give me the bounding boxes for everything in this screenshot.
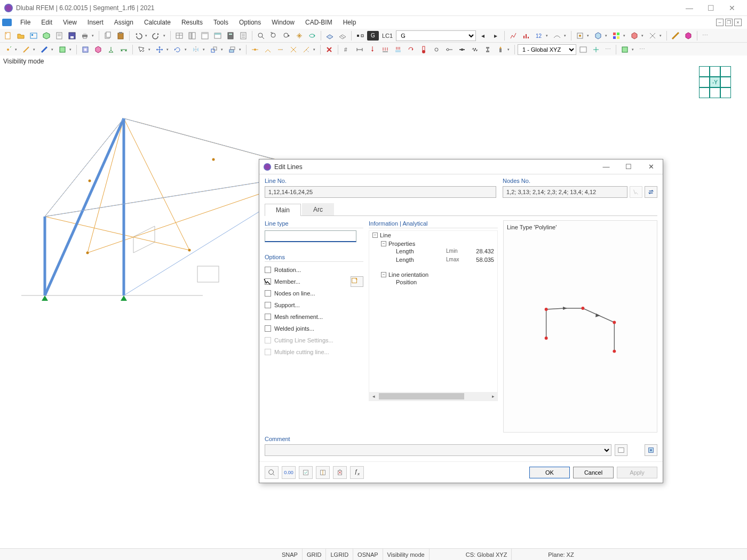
- save-icon[interactable]: [66, 30, 78, 42]
- clipping-icon[interactable]: [647, 30, 658, 42]
- menu-results[interactable]: Results: [176, 17, 208, 28]
- close-button[interactable]: ✕: [721, 2, 743, 14]
- tree-toggle-line[interactable]: −: [372, 233, 378, 238]
- mdi-minimize-icon[interactable]: –: [716, 19, 724, 26]
- display-props-icon[interactable]: [574, 30, 586, 42]
- notes-icon[interactable]: [53, 30, 65, 42]
- model-manager-icon[interactable]: [28, 30, 39, 42]
- undo-icon[interactable]: [132, 30, 144, 42]
- help-icon[interactable]: [265, 466, 279, 479]
- pick-nodes-icon[interactable]: [630, 186, 642, 198]
- undo-dropdown-icon[interactable]: ▾: [145, 34, 149, 38]
- clipping-dropdown-icon[interactable]: ▾: [659, 34, 664, 38]
- rendering-dropdown-icon[interactable]: ▾: [641, 34, 646, 38]
- mdi-close-icon[interactable]: ×: [734, 19, 742, 26]
- new-opening-icon[interactable]: [80, 44, 91, 55]
- visibility-icon[interactable]: [619, 44, 631, 55]
- status-visibility[interactable]: Visibility mode: [383, 549, 430, 560]
- rotate-view-icon[interactable]: [306, 30, 318, 42]
- zoom-extents-icon[interactable]: [268, 30, 280, 42]
- moment-icon[interactable]: [405, 44, 417, 55]
- status-snap[interactable]: SNAP: [277, 549, 303, 560]
- scale-dd-icon[interactable]: ▾: [221, 47, 225, 52]
- reverse-nodes-icon[interactable]: [645, 186, 657, 198]
- ok-button[interactable]: OK: [529, 467, 570, 478]
- number-icon[interactable]: #: [341, 44, 353, 55]
- menu-edit[interactable]: Edit: [36, 17, 58, 28]
- prev-loadcase-icon[interactable]: ◂: [477, 30, 489, 42]
- report-icon[interactable]: [237, 30, 249, 42]
- toolbar-overflow-icon[interactable]: ⋯: [700, 32, 710, 39]
- new-surface-icon[interactable]: [57, 44, 68, 55]
- temperature-icon[interactable]: [418, 44, 430, 55]
- redo-icon[interactable]: [150, 30, 162, 42]
- spring-icon[interactable]: [469, 44, 481, 55]
- status-grid[interactable]: GRID: [303, 549, 327, 560]
- trim-dd-icon[interactable]: ▾: [313, 47, 317, 52]
- select-icon[interactable]: [136, 44, 147, 55]
- loadcase-select[interactable]: G: [396, 30, 476, 41]
- tree-toggle-props[interactable]: −: [381, 241, 386, 246]
- node-dd-icon[interactable]: ▾: [15, 47, 19, 52]
- delete-dialog-icon[interactable]: [333, 466, 347, 479]
- rotate-dd-icon[interactable]: ▾: [185, 47, 189, 52]
- vis-dd-icon[interactable]: ▾: [632, 47, 636, 52]
- status-osnap[interactable]: OSNAP: [353, 549, 383, 560]
- app-menu-icon[interactable]: [2, 19, 12, 26]
- mdi-restore-icon[interactable]: ❐: [725, 19, 733, 26]
- comment-input[interactable]: [265, 444, 611, 456]
- grid-icon[interactable]: [337, 30, 348, 42]
- member-details-icon[interactable]: [351, 276, 363, 287]
- box-icon[interactable]: [682, 30, 694, 42]
- option-rotation[interactable]: Rotation...: [265, 264, 363, 276]
- menu-cad-bim[interactable]: CAD-BIM: [300, 17, 338, 28]
- model-display-dropdown-icon[interactable]: ▾: [605, 34, 609, 38]
- dialog-maximize-button[interactable]: ☐: [621, 163, 636, 171]
- option-mesh-refinement[interactable]: Mesh refinement...: [265, 311, 363, 323]
- menu-options[interactable]: Options: [234, 17, 266, 28]
- show-results-icon[interactable]: [507, 30, 519, 42]
- new-node-icon[interactable]: [2, 44, 14, 55]
- menu-window[interactable]: Window: [266, 17, 300, 28]
- script-icon[interactable]: ƒx: [350, 466, 364, 479]
- mirror-icon[interactable]: [190, 44, 202, 55]
- new-member-icon[interactable]: [38, 44, 50, 55]
- print-icon[interactable]: [79, 30, 91, 42]
- nodal-load-icon[interactable]: [367, 44, 378, 55]
- menu-help[interactable]: Help: [338, 17, 362, 28]
- tab-arc[interactable]: Arc: [302, 203, 334, 215]
- surface-dd-icon[interactable]: ▾: [69, 47, 74, 52]
- results-table-icon[interactable]: [212, 30, 224, 42]
- tree-toggle-orient[interactable]: −: [381, 272, 386, 277]
- hinge-icon[interactable]: [431, 44, 442, 55]
- dimension-icon[interactable]: [354, 44, 365, 55]
- isolines-icon[interactable]: [551, 30, 563, 42]
- menu-file[interactable]: File: [15, 17, 36, 28]
- member-dd-icon[interactable]: ▾: [51, 47, 55, 52]
- line-support-icon[interactable]: [118, 44, 130, 55]
- option-welded-joints[interactable]: Welded joints...: [265, 323, 363, 334]
- option-nodes-on-line[interactable]: Nodes on line...: [265, 287, 363, 299]
- zoom-window-icon[interactable]: [255, 30, 267, 42]
- delete-icon[interactable]: [323, 44, 335, 55]
- line-type-select[interactable]: [265, 230, 356, 242]
- extrude-dd-icon[interactable]: ▾: [239, 47, 243, 52]
- navigator-icon[interactable]: [186, 30, 198, 42]
- minimize-button[interactable]: —: [679, 2, 700, 14]
- redo-dropdown-icon[interactable]: ▾: [163, 34, 168, 38]
- new-solid-icon[interactable]: [92, 44, 104, 55]
- dialog-close-button[interactable]: ✕: [643, 163, 658, 171]
- trim-icon[interactable]: [300, 44, 312, 55]
- comment-settings-icon[interactable]: [645, 444, 657, 456]
- surface-load-icon[interactable]: [392, 44, 404, 55]
- orient-face-label[interactable]: -Y: [710, 77, 720, 87]
- toolbar2-overflow2-icon[interactable]: ⋯: [637, 46, 647, 53]
- result-values-icon[interactable]: 12: [533, 30, 545, 42]
- dialog-minimize-button[interactable]: —: [599, 163, 614, 171]
- menu-assign[interactable]: Assign: [109, 17, 139, 28]
- print-dropdown-icon[interactable]: ▾: [92, 34, 96, 38]
- scale-icon[interactable]: [208, 44, 220, 55]
- units-icon[interactable]: 0.00: [282, 466, 296, 479]
- menu-calculate[interactable]: Calculate: [139, 17, 176, 28]
- extend-line-icon[interactable]: [275, 44, 287, 55]
